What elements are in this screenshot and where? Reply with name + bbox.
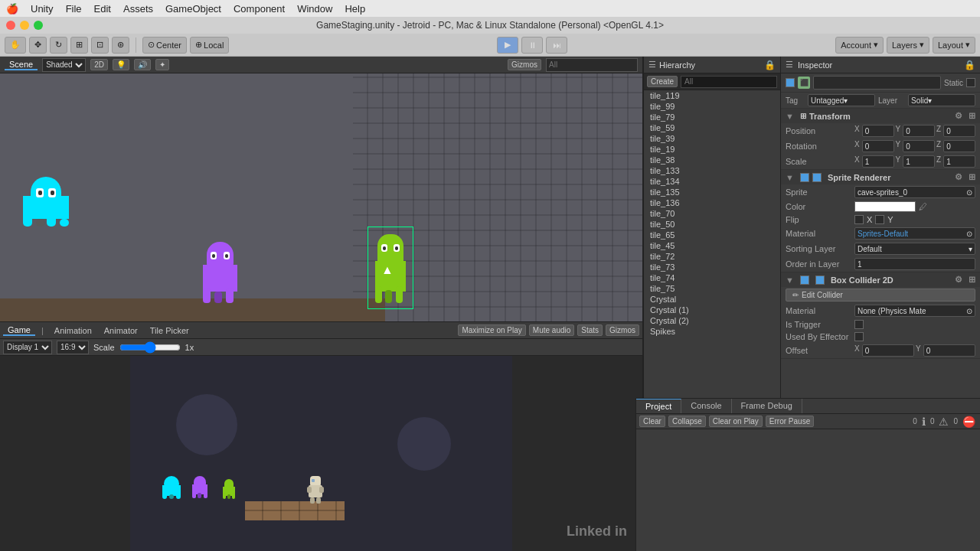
transform-gear-icon[interactable]: ⚙ (955, 111, 962, 121)
offset-y-field[interactable]: 0 (923, 344, 975, 357)
tag-dropdown[interactable]: Untagged ▾ (808, 94, 875, 106)
sprite-renderer-active-checkbox[interactable] (812, 173, 822, 182)
step-button[interactable]: ⏭ (546, 37, 567, 54)
stats-btn[interactable]: Stats (577, 324, 603, 336)
apple-menu[interactable]: 🍎 (6, 3, 18, 15)
hierarchy-list-item[interactable]: tile_79 (644, 112, 780, 122)
console-tab[interactable]: Console (681, 399, 731, 413)
menu-edit[interactable]: Edit (94, 3, 111, 15)
scene-canvas[interactable]: ▲ (0, 73, 642, 321)
hierarchy-list-item[interactable]: tile_50 (644, 219, 780, 230)
hierarchy-list-item[interactable]: Crystal (644, 294, 780, 305)
hand-tool-button[interactable]: ✋ (5, 37, 26, 54)
menu-help[interactable]: Help (345, 3, 365, 15)
hierarchy-list-item[interactable]: tile_38 (644, 155, 780, 165)
hierarchy-list-item[interactable]: tile_45 (644, 240, 780, 251)
flip-x-checkbox[interactable] (854, 215, 864, 224)
transform-foldout-icon[interactable]: ▼ (786, 112, 794, 121)
purple-ghost-sprite[interactable] (199, 238, 241, 307)
2d-button[interactable]: 2D (90, 59, 108, 70)
hierarchy-list-item[interactable]: tile_133 (644, 165, 780, 176)
mute-audio-btn[interactable]: Mute audio (529, 324, 574, 336)
used-by-effector-checkbox[interactable] (854, 332, 864, 341)
move-tool-button[interactable]: ✥ (29, 37, 47, 54)
sprite-renderer-lock-icon[interactable]: ⊞ (969, 172, 975, 182)
scale-z-field[interactable]: 1 (943, 155, 975, 168)
hierarchy-search-input[interactable] (681, 76, 777, 88)
rot-y-field[interactable]: 0 (903, 140, 935, 152)
layers-dropdown[interactable]: Layers ▾ (887, 37, 929, 54)
hierarchy-list-item[interactable]: tile_134 (644, 176, 780, 187)
hierarchy-list-item[interactable]: tile_39 (644, 133, 780, 144)
aspect-dropdown[interactable]: 16:9 (57, 341, 89, 354)
hierarchy-list-item[interactable]: tile_70 (644, 208, 780, 219)
collapse-button[interactable]: Collapse (668, 416, 706, 427)
animator-tab[interactable]: Animator (100, 326, 142, 335)
tile-picker-tab[interactable]: Tile Picker (145, 326, 194, 335)
box-collider-gear-icon[interactable]: ⚙ (955, 275, 962, 285)
sprite-renderer-gear-icon[interactable]: ⚙ (955, 172, 962, 182)
hierarchy-list-item[interactable]: tile_99 (644, 101, 780, 112)
lights-button[interactable]: 💡 (113, 59, 129, 70)
hierarchy-list-item[interactable]: tile_19 (644, 144, 780, 155)
gizmos-button[interactable]: Gizmos (508, 59, 541, 70)
flip-y-checkbox[interactable] (875, 215, 884, 224)
play-button[interactable]: ▶ (497, 37, 518, 54)
pos-x-field[interactable]: 0 (862, 125, 894, 137)
fx-button[interactable]: ✦ (155, 59, 169, 70)
hierarchy-create-button[interactable]: Create (647, 76, 678, 87)
hierarchy-list-item[interactable]: tile_119 (644, 90, 780, 101)
hierarchy-list-item[interactable]: tile_136 (644, 197, 780, 208)
transform-lock-icon[interactable]: ⊞ (969, 111, 975, 121)
audio-button[interactable]: 🔊 (134, 59, 151, 70)
animation-tab[interactable]: Animation (50, 326, 96, 335)
material-field[interactable]: Sprites-Default ⊙ (854, 227, 975, 240)
layer-dropdown[interactable]: Solid ▾ (908, 94, 975, 106)
inspector-lock-icon[interactable]: 🔒 (964, 60, 975, 70)
menu-unity[interactable]: Unity (31, 3, 54, 15)
hierarchy-list-item[interactable]: tile_73 (644, 262, 780, 272)
box-collider-active-checkbox[interactable] (815, 276, 825, 285)
game-canvas[interactable]: Linked in (0, 356, 642, 551)
game-tab[interactable]: Game (3, 325, 35, 336)
hierarchy-list-item[interactable]: tile_74 (644, 272, 780, 283)
object-active-checkbox[interactable] (786, 78, 795, 87)
project-tab[interactable]: Project (636, 399, 681, 413)
pos-y-field[interactable]: 0 (903, 125, 935, 137)
hierarchy-list-item[interactable]: tile_65 (644, 230, 780, 240)
clear-on-play-button[interactable]: Clear on Play (709, 416, 763, 427)
hierarchy-list-item[interactable]: tile_72 (644, 251, 780, 262)
scale-x-field[interactable]: 1 (862, 155, 894, 168)
local-button[interactable]: ⊕ Local (190, 37, 229, 54)
clear-button[interactable]: Clear (639, 416, 665, 427)
bc-material-field[interactable]: None (Physics Mate ⊙ (854, 305, 975, 317)
box-collider-foldout-icon[interactable]: ▼ (786, 276, 794, 285)
hierarchy-list-item[interactable]: tile_59 (644, 122, 780, 133)
menu-gameobject[interactable]: GameObject (165, 3, 221, 15)
scale-slider[interactable] (119, 341, 181, 354)
rot-z-field[interactable]: 0 (943, 140, 975, 152)
scene-search-input[interactable] (546, 58, 638, 72)
hierarchy-list-item[interactable]: tile_75 (644, 283, 780, 294)
hierarchy-list-item[interactable]: Crystal (1) (644, 305, 780, 315)
display-dropdown[interactable]: Display 1 (3, 341, 52, 354)
pause-button[interactable]: ⏸ (521, 37, 543, 54)
cyan-ghost-sprite[interactable] (19, 173, 73, 230)
transform-tool-button[interactable]: ⊛ (112, 37, 129, 54)
layout-dropdown[interactable]: Layout ▾ (933, 37, 975, 54)
static-checkbox[interactable] (966, 78, 975, 87)
menu-file[interactable]: File (66, 3, 82, 15)
maximize-button[interactable] (34, 21, 43, 30)
offset-x-field[interactable]: 0 (862, 344, 914, 357)
close-button[interactable] (6, 21, 15, 30)
center-button[interactable]: ⊙ Center (142, 37, 187, 54)
is-trigger-checkbox[interactable] (854, 320, 864, 329)
box-collider-enabled-checkbox[interactable] (800, 276, 809, 285)
pos-z-field[interactable]: 0 (943, 125, 975, 137)
order-in-layer-field[interactable]: 1 (854, 258, 975, 270)
edit-collider-button[interactable]: ✏ Edit Collider (786, 289, 975, 302)
color-swatch[interactable] (854, 201, 916, 212)
hierarchy-list-item[interactable]: tile_135 (644, 187, 780, 197)
menu-component[interactable]: Component (234, 3, 285, 15)
box-collider-lock-icon[interactable]: ⊞ (969, 275, 975, 285)
